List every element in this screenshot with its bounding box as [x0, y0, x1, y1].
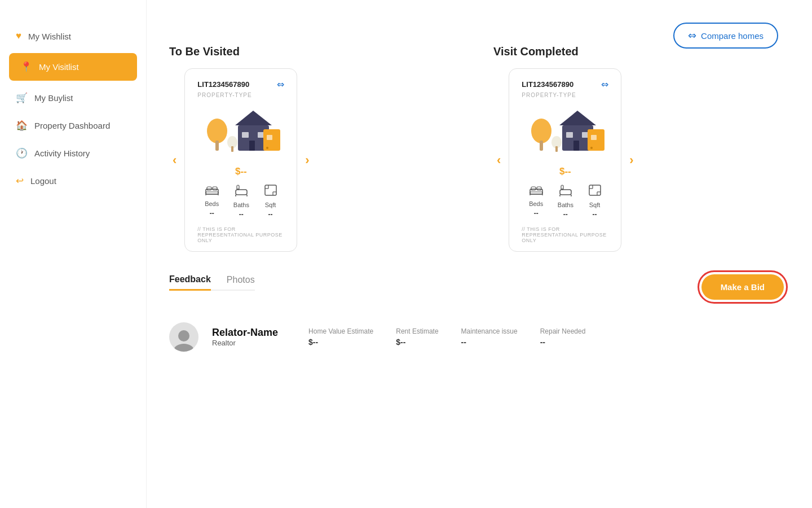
next-arrow-right-2[interactable]: ›	[626, 151, 637, 170]
sqft-icon-2	[588, 184, 602, 199]
svg-rect-1	[215, 141, 219, 151]
svg-rect-15	[213, 187, 217, 190]
heart-icon: ♥	[16, 30, 21, 42]
realtor-name: Relator-Name	[212, 327, 278, 339]
stat-repair: Repair Needed --	[540, 327, 586, 347]
svg-rect-42	[537, 187, 541, 190]
feedback-tabs: Feedback Photos	[169, 274, 255, 291]
stat-repair-label: Repair Needed	[540, 327, 586, 335]
svg-rect-49	[589, 185, 601, 195]
sidebar-item-visitlist[interactable]: 📍 My Visitlist	[9, 53, 137, 81]
svg-rect-30	[555, 146, 558, 152]
main-content: ⇔ Compare homes To Be Visited ‹ LIT12345…	[147, 0, 812, 508]
pin-icon: 📍	[20, 61, 32, 73]
stat-repair-val: --	[540, 338, 586, 347]
svg-rect-6	[242, 132, 249, 138]
realtor-title: Realtor	[212, 339, 278, 347]
svg-rect-28	[540, 141, 543, 151]
clock-icon: 🕐	[16, 147, 28, 159]
feedback-stats: Home Value Estimate $-- Rent Estimate $-…	[308, 327, 585, 347]
card-property-type-2: PROPERTY-TYPE	[522, 92, 608, 98]
sidebar: ♥ My Wishlist 📍 My Visitlist 🛒 My Buylis…	[0, 0, 147, 508]
baths-label-2: Baths	[558, 202, 573, 208]
svg-rect-10	[267, 135, 272, 140]
property-card-to-visit: LIT1234567890 ⇔ PROPERTY-TYPE	[184, 68, 297, 252]
visit-completed-section: Visit Completed ‹ LIT1234567890 ⇔ PROPER…	[493, 45, 784, 252]
card-disclaimer: // THIS IS FOR REPRESENTATIONAL PURPOSE …	[197, 226, 284, 243]
baths-value: --	[239, 211, 244, 218]
sqft-icon	[264, 184, 277, 199]
svg-rect-45	[560, 190, 571, 195]
cart-icon: 🛒	[16, 92, 28, 104]
stat-maintenance-val: --	[461, 338, 518, 347]
detail-sqft-2: Sqft --	[588, 184, 602, 218]
svg-rect-35	[573, 141, 579, 151]
exchange-icon-2[interactable]: ⇔	[601, 79, 608, 90]
svg-rect-18	[236, 190, 247, 195]
detail-baths-2: Baths --	[558, 184, 573, 218]
stat-rent-val: $--	[396, 338, 438, 347]
card-details: Beds -- Baths --	[197, 184, 284, 218]
property-card-visited: LIT1234567890 ⇔ PROPERTY-TYPE	[509, 68, 621, 252]
svg-marker-32	[559, 111, 596, 125]
svg-point-11	[266, 147, 268, 149]
exchange-icon[interactable]: ⇔	[277, 79, 284, 90]
sidebar-item-label: My Wishlist	[28, 32, 71, 41]
beds-label-2: Beds	[529, 200, 543, 207]
realtor-info: Relator-Name Realtor	[212, 327, 278, 348]
avatar	[169, 322, 198, 352]
svg-point-0	[207, 119, 227, 143]
sidebar-item-label: My Visitlist	[39, 62, 79, 72]
svg-rect-3	[231, 146, 233, 152]
svg-point-54	[178, 330, 189, 341]
property-sections: To Be Visited ‹ LIT1234567890 ⇔ PROPERTY…	[169, 45, 784, 252]
stat-maintenance-label: Maintenance issue	[461, 327, 518, 335]
bath-icon-2	[559, 184, 572, 199]
beds-value-2: --	[534, 209, 539, 217]
next-arrow-right[interactable]: ›	[302, 151, 312, 170]
prev-arrow-left[interactable]: ‹	[169, 151, 180, 170]
detail-baths: Baths --	[233, 184, 249, 218]
sidebar-item-buylist[interactable]: 🛒 My Buylist	[0, 84, 146, 112]
card-details-2: Beds -- Baths --	[522, 184, 608, 218]
prev-arrow-left-2[interactable]: ‹	[493, 151, 504, 170]
compare-homes-button[interactable]: ⇔ Compare homes	[673, 23, 778, 49]
svg-rect-33	[566, 132, 573, 138]
sidebar-item-wishlist[interactable]: ♥ My Wishlist	[0, 23, 146, 50]
sidebar-item-label: Logout	[30, 176, 56, 186]
sidebar-item-label: My Buylist	[34, 93, 73, 103]
svg-point-55	[174, 344, 194, 352]
sidebar-item-activity[interactable]: 🕐 Activity History	[0, 139, 146, 167]
sqft-value-2: --	[593, 211, 597, 218]
sidebar-item-label: Property Dashboard	[34, 121, 110, 130]
svg-rect-41	[531, 187, 536, 190]
to-be-visited-carousel: ‹ LIT1234567890 ⇔ PROPERTY-TYPE	[169, 68, 460, 252]
card-property-type: PROPERTY-TYPE	[197, 92, 284, 98]
tab-feedback[interactable]: Feedback	[169, 274, 211, 291]
sidebar-item-dashboard[interactable]: 🏠 Property Dashboard	[0, 112, 146, 139]
svg-point-38	[590, 147, 593, 149]
tab-photos[interactable]: Photos	[227, 274, 255, 290]
card-header-2: LIT1234567890 ⇔	[522, 79, 608, 90]
make-bid-button[interactable]: Make a Bid	[701, 274, 784, 300]
bath-icon	[235, 184, 248, 199]
sidebar-item-logout[interactable]: ↩ Logout	[0, 167, 146, 195]
detail-sqft: Sqft --	[264, 184, 277, 218]
sqft-label: Sqft	[265, 202, 276, 208]
stat-rent-estimate: Rent Estimate $--	[396, 327, 438, 347]
to-be-visited-title: To Be Visited	[169, 45, 460, 58]
detail-beds-2: Beds --	[529, 184, 543, 218]
svg-marker-5	[235, 111, 272, 125]
stat-rent-label: Rent Estimate	[396, 327, 438, 335]
stat-home-value: Home Value Estimate $--	[308, 327, 373, 347]
svg-rect-14	[207, 187, 211, 190]
baths-value-2: --	[563, 211, 568, 218]
visit-completed-carousel: ‹ LIT1234567890 ⇔ PROPERTY-TYPE	[493, 68, 784, 252]
card-id-2: LIT1234567890	[522, 80, 573, 89]
to-be-visited-section: To Be Visited ‹ LIT1234567890 ⇔ PROPERTY…	[169, 45, 460, 252]
stat-maintenance: Maintenance issue --	[461, 327, 518, 347]
card-price: $--	[197, 166, 284, 177]
svg-point-27	[531, 119, 551, 143]
svg-rect-37	[591, 135, 597, 140]
sidebar-item-label: Activity History	[34, 148, 90, 158]
